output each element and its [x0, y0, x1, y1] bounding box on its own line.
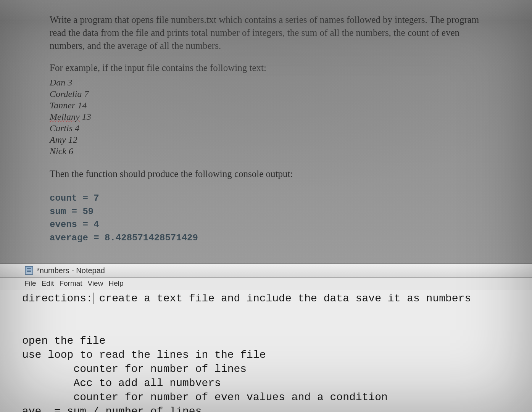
notepad-app-icon — [25, 266, 33, 275]
input-file-line: Tanner 14 — [50, 100, 482, 111]
input-file-line: Cordelia 7 — [50, 88, 482, 100]
notepad-menubar: FileEditFormatViewHelp — [0, 278, 532, 290]
example-heading: For example, if the input file contains … — [50, 61, 482, 74]
console-line: evens = 4 — [50, 218, 482, 232]
menu-item-help[interactable]: Help — [108, 279, 123, 288]
console-output: count = 7sum = 59evens = 4average = 8.42… — [50, 192, 482, 245]
notepad-title: *numbers - Notepad — [37, 266, 105, 275]
input-file-line: Curtis 4 — [50, 122, 482, 134]
output-heading: Then the function should produce the fol… — [50, 167, 482, 180]
input-file-line: Mellany 13 — [50, 111, 482, 122]
text-cursor — [93, 293, 94, 304]
notepad-window: *numbers - Notepad FileEditFormatViewHel… — [0, 263, 532, 412]
notepad-editor[interactable]: directions: create a text file and inclu… — [0, 290, 532, 412]
notepad-titlebar[interactable]: *numbers - Notepad — [0, 264, 532, 278]
problem-statement: Write a program that opens file numbers.… — [0, 0, 532, 256]
console-line: count = 7 — [50, 192, 482, 205]
menu-item-edit[interactable]: Edit — [42, 279, 54, 288]
problem-description: Write a program that opens file numbers.… — [50, 13, 482, 52]
menu-item-file[interactable]: File — [24, 279, 36, 288]
menu-item-view[interactable]: View — [88, 279, 103, 288]
input-file-data: Dan 3Cordelia 7Tanner 14Mellany 13Curtis… — [50, 77, 482, 157]
menu-item-format[interactable]: Format — [59, 279, 82, 288]
input-file-line: Nick 6 — [50, 145, 482, 157]
console-line: average = 8.428571428571429 — [50, 232, 482, 245]
input-file-line: Amy 12 — [50, 134, 482, 145]
console-line: sum = 59 — [50, 205, 482, 219]
input-file-line: Dan 3 — [50, 77, 482, 88]
